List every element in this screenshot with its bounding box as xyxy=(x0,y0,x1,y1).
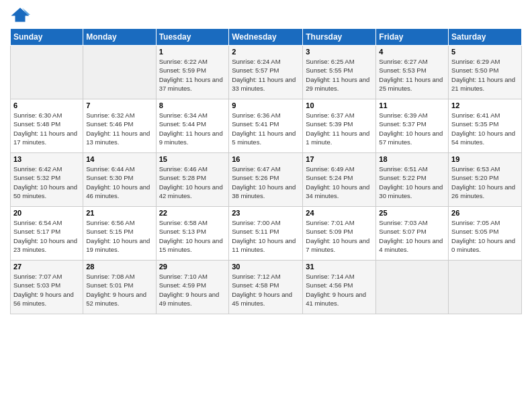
calendar-cell: 23Sunrise: 7:00 AM Sunset: 5:11 PM Dayli… xyxy=(229,207,303,261)
day-number: 21 xyxy=(86,209,152,217)
day-info: Sunrise: 6:46 AM Sunset: 5:28 PM Dayligh… xyxy=(159,165,226,200)
day-number: 18 xyxy=(379,155,445,163)
day-info: Sunrise: 6:24 AM Sunset: 5:57 PM Dayligh… xyxy=(232,57,300,93)
calendar-cell: 17Sunrise: 6:49 AM Sunset: 5:24 PM Dayli… xyxy=(303,153,376,207)
calendar-cell: 28Sunrise: 7:08 AM Sunset: 5:01 PM Dayli… xyxy=(83,261,156,314)
week-row-2: 6Sunrise: 6:30 AM Sunset: 5:48 PM Daylig… xyxy=(11,99,522,153)
day-info: Sunrise: 6:39 AM Sunset: 5:37 PM Dayligh… xyxy=(379,111,445,146)
day-number: 4 xyxy=(379,48,445,56)
day-info: Sunrise: 6:58 AM Sunset: 5:13 PM Dayligh… xyxy=(159,218,226,254)
day-number: 8 xyxy=(159,101,226,109)
calendar-cell: 2Sunrise: 6:24 AM Sunset: 5:57 PM Daylig… xyxy=(229,46,303,99)
calendar-cell: 31Sunrise: 7:14 AM Sunset: 4:56 PM Dayli… xyxy=(303,261,376,314)
day-info: Sunrise: 6:47 AM Sunset: 5:26 PM Dayligh… xyxy=(232,165,300,200)
day-info: Sunrise: 6:22 AM Sunset: 5:59 PM Dayligh… xyxy=(159,57,226,93)
svg-marker-0 xyxy=(11,8,30,22)
day-number: 3 xyxy=(306,48,373,56)
day-number: 20 xyxy=(13,209,80,217)
calendar-cell: 26Sunrise: 7:05 AM Sunset: 5:05 PM Dayli… xyxy=(449,207,522,261)
calendar-cell: 29Sunrise: 7:10 AM Sunset: 4:59 PM Dayli… xyxy=(156,261,229,314)
day-info: Sunrise: 6:54 AM Sunset: 5:17 PM Dayligh… xyxy=(13,218,80,254)
calendar-table: SundayMondayTuesdayWednesdayThursdayFrid… xyxy=(10,28,522,314)
day-info: Sunrise: 6:49 AM Sunset: 5:24 PM Dayligh… xyxy=(306,165,373,200)
calendar-cell: 4Sunrise: 6:27 AM Sunset: 5:53 PM Daylig… xyxy=(376,46,449,99)
day-number: 6 xyxy=(13,101,80,109)
day-number: 26 xyxy=(451,209,519,217)
day-number: 31 xyxy=(306,263,373,271)
day-number: 9 xyxy=(232,101,300,109)
calendar-cell: 11Sunrise: 6:39 AM Sunset: 5:37 PM Dayli… xyxy=(376,99,449,153)
day-number: 22 xyxy=(159,209,226,217)
day-number: 17 xyxy=(306,155,373,163)
day-number: 16 xyxy=(232,155,300,163)
day-info: Sunrise: 7:10 AM Sunset: 4:59 PM Dayligh… xyxy=(159,272,226,308)
week-row-3: 13Sunrise: 6:42 AM Sunset: 5:32 PM Dayli… xyxy=(11,153,522,207)
day-number: 14 xyxy=(86,155,152,163)
day-number: 7 xyxy=(86,101,152,109)
calendar-cell: 9Sunrise: 6:36 AM Sunset: 5:41 PM Daylig… xyxy=(229,99,303,153)
calendar-cell: 22Sunrise: 6:58 AM Sunset: 5:13 PM Dayli… xyxy=(156,207,229,261)
calendar-cell: 8Sunrise: 6:34 AM Sunset: 5:44 PM Daylig… xyxy=(156,99,229,153)
calendar-cell: 1Sunrise: 6:22 AM Sunset: 5:59 PM Daylig… xyxy=(156,46,229,99)
calendar-cell: 19Sunrise: 6:53 AM Sunset: 5:20 PM Dayli… xyxy=(449,153,522,207)
calendar-cell: 5Sunrise: 6:29 AM Sunset: 5:50 PM Daylig… xyxy=(449,46,522,99)
calendar-cell: 10Sunrise: 6:37 AM Sunset: 5:39 PM Dayli… xyxy=(303,99,376,153)
day-number: 11 xyxy=(379,101,445,109)
day-header-thursday: Thursday xyxy=(303,29,376,46)
day-info: Sunrise: 7:07 AM Sunset: 5:03 PM Dayligh… xyxy=(13,272,80,308)
day-info: Sunrise: 6:36 AM Sunset: 5:41 PM Dayligh… xyxy=(232,111,300,146)
day-info: Sunrise: 6:53 AM Sunset: 5:20 PM Dayligh… xyxy=(451,165,519,200)
day-info: Sunrise: 6:34 AM Sunset: 5:44 PM Dayligh… xyxy=(159,111,226,146)
day-number: 24 xyxy=(306,209,373,217)
header xyxy=(10,7,522,23)
calendar-cell: 25Sunrise: 7:03 AM Sunset: 5:07 PM Dayli… xyxy=(376,207,449,261)
day-number: 15 xyxy=(159,155,226,163)
day-info: Sunrise: 6:32 AM Sunset: 5:46 PM Dayligh… xyxy=(86,111,152,146)
day-info: Sunrise: 6:25 AM Sunset: 5:55 PM Dayligh… xyxy=(306,57,373,93)
calendar-cell xyxy=(449,261,522,314)
day-number: 25 xyxy=(379,209,445,217)
day-header-monday: Monday xyxy=(83,29,156,46)
calendar-cell: 27Sunrise: 7:07 AM Sunset: 5:03 PM Dayli… xyxy=(11,261,83,314)
calendar-cell: 7Sunrise: 6:32 AM Sunset: 5:46 PM Daylig… xyxy=(83,99,156,153)
calendar-cell: 18Sunrise: 6:51 AM Sunset: 5:22 PM Dayli… xyxy=(376,153,449,207)
calendar-cell: 6Sunrise: 6:30 AM Sunset: 5:48 PM Daylig… xyxy=(11,99,83,153)
calendar-cell: 12Sunrise: 6:41 AM Sunset: 5:35 PM Dayli… xyxy=(449,99,522,153)
logo xyxy=(10,7,33,23)
week-row-1: 1Sunrise: 6:22 AM Sunset: 5:59 PM Daylig… xyxy=(11,46,522,99)
day-info: Sunrise: 7:05 AM Sunset: 5:05 PM Dayligh… xyxy=(451,218,519,254)
day-header-wednesday: Wednesday xyxy=(229,29,303,46)
day-number: 1 xyxy=(159,48,226,56)
week-row-5: 27Sunrise: 7:07 AM Sunset: 5:03 PM Dayli… xyxy=(11,261,522,314)
day-number: 27 xyxy=(13,263,80,271)
day-number: 10 xyxy=(306,101,373,109)
day-info: Sunrise: 6:41 AM Sunset: 5:35 PM Dayligh… xyxy=(451,111,519,146)
day-number: 2 xyxy=(232,48,300,56)
day-info: Sunrise: 7:03 AM Sunset: 5:07 PM Dayligh… xyxy=(379,218,445,254)
calendar-cell: 30Sunrise: 7:12 AM Sunset: 4:58 PM Dayli… xyxy=(229,261,303,314)
day-header-sunday: Sunday xyxy=(11,29,83,46)
calendar-cell: 3Sunrise: 6:25 AM Sunset: 5:55 PM Daylig… xyxy=(303,46,376,99)
day-info: Sunrise: 6:27 AM Sunset: 5:53 PM Dayligh… xyxy=(379,57,445,93)
day-number: 5 xyxy=(451,48,519,56)
calendar-cell: 21Sunrise: 6:56 AM Sunset: 5:15 PM Dayli… xyxy=(83,207,156,261)
calendar-cell: 15Sunrise: 6:46 AM Sunset: 5:28 PM Dayli… xyxy=(156,153,229,207)
calendar-cell: 13Sunrise: 6:42 AM Sunset: 5:32 PM Dayli… xyxy=(11,153,83,207)
day-info: Sunrise: 7:00 AM Sunset: 5:11 PM Dayligh… xyxy=(232,218,300,254)
calendar-cell xyxy=(376,261,449,314)
day-number: 28 xyxy=(86,263,152,271)
calendar-cell xyxy=(83,46,156,99)
day-info: Sunrise: 7:14 AM Sunset: 4:56 PM Dayligh… xyxy=(306,272,373,308)
calendar-cell: 20Sunrise: 6:54 AM Sunset: 5:17 PM Dayli… xyxy=(11,207,83,261)
day-number: 19 xyxy=(451,155,519,163)
day-info: Sunrise: 7:12 AM Sunset: 4:58 PM Dayligh… xyxy=(232,272,300,308)
calendar-cell: 16Sunrise: 6:47 AM Sunset: 5:26 PM Dayli… xyxy=(229,153,303,207)
main-container: SundayMondayTuesdayWednesdayThursdayFrid… xyxy=(0,0,532,321)
day-info: Sunrise: 6:37 AM Sunset: 5:39 PM Dayligh… xyxy=(306,111,373,146)
day-info: Sunrise: 6:44 AM Sunset: 5:30 PM Dayligh… xyxy=(86,165,152,200)
day-info: Sunrise: 7:08 AM Sunset: 5:01 PM Dayligh… xyxy=(86,272,152,308)
day-info: Sunrise: 6:56 AM Sunset: 5:15 PM Dayligh… xyxy=(86,218,152,254)
day-info: Sunrise: 6:51 AM Sunset: 5:22 PM Dayligh… xyxy=(379,165,445,200)
day-number: 30 xyxy=(232,263,300,271)
week-row-4: 20Sunrise: 6:54 AM Sunset: 5:17 PM Dayli… xyxy=(11,207,522,261)
